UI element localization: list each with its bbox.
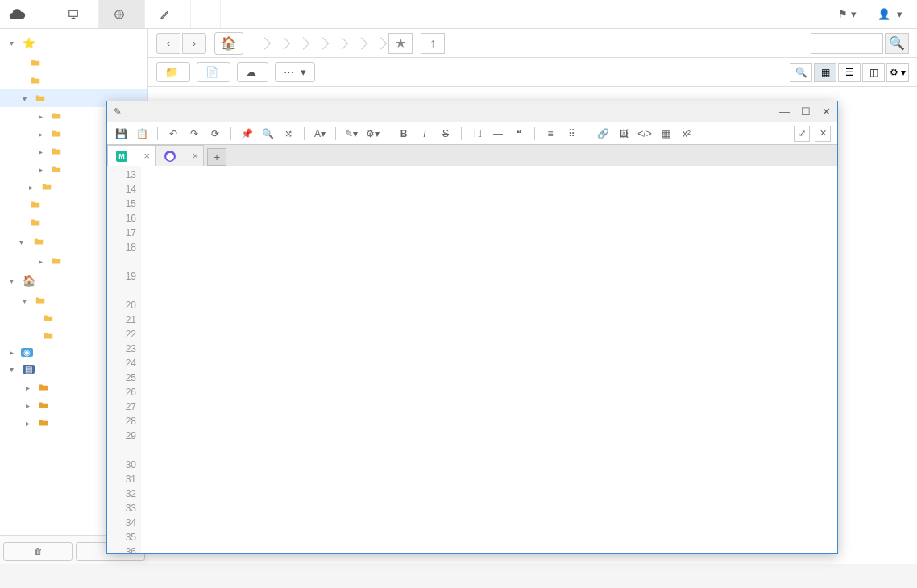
close-tab-icon[interactable]: × [192, 150, 198, 162]
desktop-icon [68, 9, 79, 20]
search-input[interactable] [811, 33, 883, 54]
code-pane[interactable]: 1314151617181920212223242526272829303132… [107, 166, 442, 553]
split-view[interactable]: ◫ [862, 63, 885, 82]
action-toolbar: 📁 📄 ☁ ⋯ ▾ 🔍 ▦ ☰ ◫ ⚙ ▾ [148, 58, 917, 87]
zoom-button[interactable]: 🔍 [790, 63, 812, 82]
gutter: 1314151617181920212223242526272829303132… [107, 166, 141, 553]
strike-icon[interactable]: S [438, 126, 453, 141]
add-tab-button[interactable]: + [207, 148, 226, 166]
editor-tab-md[interactable]: M × [107, 145, 156, 166]
home-button[interactable]: 🏠 [214, 32, 243, 55]
tab-adminer[interactable] [191, 0, 221, 28]
editor-body: 1314151617181920212223242526272829303132… [107, 166, 837, 553]
code-content[interactable] [141, 166, 442, 553]
code-icon[interactable]: </> [637, 126, 652, 141]
new-folder-button[interactable]: 📁 [156, 62, 190, 82]
recycle-button[interactable]: 🗑 [3, 542, 73, 561]
save-icon[interactable]: 💾 [114, 126, 128, 141]
tab-editor[interactable] [145, 0, 191, 28]
cloud-icon [8, 6, 26, 23]
font-icon[interactable]: A▾ [313, 126, 327, 141]
nav-toolbar: ‹ › 🏠 ★ ↑ 🔍 [148, 29, 917, 58]
copy-icon[interactable]: 📋 [135, 126, 149, 141]
table-icon[interactable]: ▦ [658, 126, 673, 141]
italic-icon[interactable]: I [417, 126, 432, 141]
editor-tab-php[interactable]: ⬤ × [156, 145, 204, 166]
settings-view[interactable]: ⚙ ▾ [886, 63, 909, 82]
logo [8, 6, 29, 23]
editor-tabs: M × ⬤ × + [107, 145, 837, 166]
bc-item[interactable] [264, 40, 284, 47]
maximize-button[interactable]: ☐ [801, 106, 811, 118]
redo-icon[interactable]: ↷ [187, 126, 201, 141]
svg-rect-0 [69, 10, 78, 16]
pin-icon[interactable]: 📌 [239, 126, 254, 141]
sidebar-item[interactable] [0, 72, 147, 89]
view-buttons: 🔍 ▦ ☰ ◫ ⚙ ▾ [790, 63, 909, 82]
bc-item[interactable] [303, 40, 322, 47]
user-menu[interactable]: 👤 ▾ [871, 5, 909, 23]
close-panel-button[interactable]: ✕ [815, 126, 831, 142]
bc-item[interactable] [342, 40, 361, 47]
hr-icon[interactable]: — [491, 126, 505, 141]
highlight-icon[interactable]: ✎▾ [344, 126, 359, 141]
gear-icon[interactable]: ⚙▾ [365, 126, 380, 141]
bc-item[interactable] [284, 40, 303, 47]
up-button[interactable]: ↑ [421, 33, 445, 54]
bc-item[interactable] [361, 40, 380, 47]
window-titlebar[interactable]: ✎ — ☐ ✕ [107, 101, 837, 122]
link-icon[interactable]: 🔗 [595, 126, 610, 141]
close-tab-icon[interactable]: × [143, 150, 150, 162]
header-right: ⚑ ▾ 👤 ▾ [832, 5, 909, 23]
quote-icon[interactable]: ❝ [512, 126, 526, 141]
star-button[interactable]: ★ [388, 33, 413, 54]
shuffle-icon[interactable]: ⤭ [281, 126, 296, 141]
header: ⚑ ▾ 👤 ▾ [0, 0, 917, 29]
close-button[interactable]: ✕ [822, 106, 831, 118]
ol-icon[interactable]: ≡ [543, 126, 558, 141]
globe-icon [114, 9, 125, 20]
more-button[interactable]: ⋯ ▾ [275, 62, 315, 82]
pencil-icon [160, 9, 171, 20]
breadcrumb [245, 40, 380, 47]
tab-desktop[interactable] [53, 0, 99, 28]
new-file-button[interactable]: 📄 [197, 62, 230, 82]
bold-icon[interactable]: B [396, 126, 411, 141]
forward-button[interactable]: › [182, 33, 206, 54]
image-icon[interactable]: 🖼 [616, 126, 631, 141]
editor-toolbar: 💾 📋 ↶ ↷ ⟳ 📌 🔍 ⤭ A▾ ✎▾ ⚙▾ B I S T𝕀 — ❝ ≡ … [107, 122, 837, 145]
refresh-icon[interactable]: ⟳ [208, 126, 222, 141]
editor-window: ✎ — ☐ ✕ 💾 📋 ↶ ↷ ⟳ 📌 🔍 ⤭ A▾ ✎▾ ⚙▾ B I S T… [106, 101, 838, 554]
list-view[interactable]: ☰ [838, 63, 861, 82]
back-button[interactable]: ‹ [156, 33, 180, 54]
search-button[interactable]: 🔍 [885, 33, 909, 54]
bc-item[interactable] [322, 40, 342, 47]
upload-button[interactable]: ☁ [237, 62, 268, 82]
flag-menu[interactable]: ⚑ ▾ [832, 5, 863, 23]
search-icon[interactable]: 🔍 [260, 126, 275, 141]
grid-view[interactable]: ▦ [814, 63, 836, 82]
bookmark-header[interactable]: ▾⭐ [0, 32, 147, 54]
top-tabs [53, 0, 221, 28]
sidebar-item[interactable] [0, 54, 147, 72]
bc-item[interactable] [245, 40, 264, 47]
expand-button[interactable]: ⤢ [794, 126, 810, 142]
text-icon[interactable]: T𝕀 [470, 126, 484, 141]
minimize-button[interactable]: — [779, 106, 790, 118]
undo-icon[interactable]: ↶ [166, 126, 180, 141]
tab-explorer[interactable] [99, 0, 145, 28]
sup-icon[interactable]: x² [679, 126, 694, 141]
ul-icon[interactable]: ⠿ [564, 126, 579, 141]
